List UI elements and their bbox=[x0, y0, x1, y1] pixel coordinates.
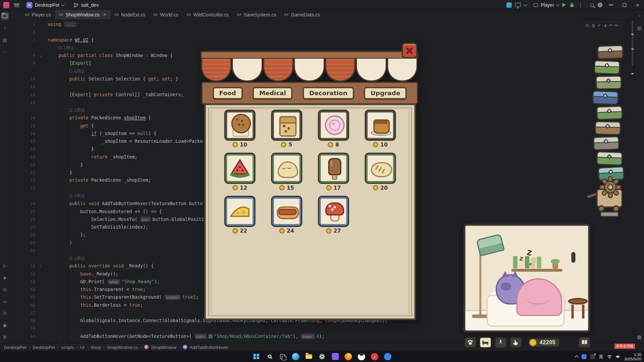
item-card[interactable] bbox=[366, 111, 395, 140]
item-card[interactable] bbox=[366, 154, 395, 183]
item-card[interactable] bbox=[272, 111, 301, 140]
tray-notification-icon[interactable] bbox=[590, 354, 595, 359]
breadcrumb-class[interactable]: ShopWindow bbox=[151, 345, 176, 350]
shop-item-cookie-bag[interactable]: 5 bbox=[269, 111, 304, 148]
hand-button[interactable] bbox=[510, 337, 522, 348]
hidden-icons-chevron[interactable] bbox=[575, 355, 578, 359]
prev-issue-icon[interactable] bbox=[609, 24, 612, 27]
tool-window-services-icon[interactable]: ◎ bbox=[1, 285, 9, 293]
breadcrumb-item[interactable]: DesktopPet bbox=[4, 345, 26, 350]
tool-window-project-icon[interactable] bbox=[1, 12, 9, 20]
item-card[interactable] bbox=[272, 154, 301, 183]
usage-count-hint[interactable]: 1用法 bbox=[69, 254, 85, 262]
tool-window-structure-icon[interactable]: ▤ bbox=[1, 36, 9, 44]
paw-button[interactable] bbox=[464, 337, 477, 348]
taskbar-chat-icon[interactable] bbox=[382, 351, 393, 362]
code-line[interactable]: 1using ... bbox=[10, 20, 631, 28]
file-tab-Player.cs[interactable]: C#Player.cs bbox=[21, 10, 55, 19]
run-button[interactable] bbox=[562, 3, 566, 7]
device-monitor-icon[interactable] bbox=[515, 3, 521, 7]
close-tab-icon[interactable]: × bbox=[103, 12, 106, 17]
tool-window-terminal-icon[interactable]: ▭ bbox=[1, 297, 9, 305]
taskbar-firefox-icon[interactable] bbox=[343, 351, 354, 362]
code-line[interactable]: 6 bbox=[10, 28, 631, 36]
tool-window-database-icon[interactable]: ▥ bbox=[635, 24, 643, 32]
fold-marker-icon[interactable]: › bbox=[50, 20, 55, 28]
tool-window-problems-icon[interactable]: ⊙ bbox=[1, 309, 9, 317]
usage-count-hint[interactable]: 1用法 bbox=[58, 44, 74, 52]
file-tab-NodeExt.cs[interactable]: C#NodeExt.cs bbox=[110, 10, 149, 19]
tool-window-vcs-icon[interactable]: ≣ bbox=[1, 333, 9, 341]
file-tab-WildController.cs[interactable]: C#WildController.cs bbox=[182, 10, 233, 19]
tool-window-notifications-icon[interactable]: ◔ bbox=[635, 12, 643, 20]
override-gutter-icon[interactable]: ↑ bbox=[37, 262, 44, 270]
volume-icon[interactable] bbox=[615, 354, 621, 358]
file-tab-SaveSystem.cs[interactable]: C#SaveSystem.cs bbox=[233, 10, 280, 19]
taskbar-settings-icon[interactable] bbox=[317, 351, 327, 362]
taskbar-task-view-icon[interactable] bbox=[277, 351, 288, 362]
shop-tab-upgrade[interactable]: Upgrade bbox=[364, 87, 407, 100]
chest-item[interactable] bbox=[594, 60, 621, 75]
shop-item-pudding[interactable]: 10 bbox=[363, 111, 397, 148]
run-configuration[interactable]: Player bbox=[534, 2, 559, 7]
file-tab-ShopWindow.cs[interactable]: C#ShopWindow.cs× bbox=[55, 10, 110, 19]
chest-item[interactable] bbox=[592, 90, 619, 105]
usage-count-hint[interactable]: 2用法 bbox=[69, 106, 85, 114]
shop-item-swirl-candy[interactable]: 8 bbox=[316, 111, 351, 148]
breadcrumb-method[interactable]: AddTabButtonHover bbox=[190, 345, 228, 350]
tool-window-more-icon[interactable]: ⋯ bbox=[1, 48, 9, 56]
shop-item-cheese[interactable]: 22 bbox=[223, 197, 257, 234]
shop-item-steamed-bun[interactable]: 15 bbox=[269, 154, 304, 191]
inspections-widget[interactable]: ⚠ 5 ✓ 4 bbox=[581, 21, 621, 29]
taskbar-file-explorer-icon[interactable] bbox=[304, 351, 314, 362]
breadcrumb-item[interactable]: ShopWindow.cs bbox=[107, 345, 138, 350]
item-card[interactable] bbox=[225, 111, 254, 140]
chevron-down-icon[interactable] bbox=[524, 3, 527, 6]
shop-item-hot-dog[interactable]: 24 bbox=[269, 197, 304, 234]
next-issue-icon[interactable] bbox=[614, 23, 618, 26]
tray-app-icon[interactable] bbox=[582, 354, 587, 359]
breadcrumb-item[interactable]: Shop bbox=[91, 345, 101, 350]
gear-machine-item[interactable] bbox=[587, 180, 633, 218]
tool-window-debug-icon[interactable]: ◈ bbox=[1, 274, 9, 282]
usage-count-hint[interactable]: 5用法 bbox=[69, 192, 85, 200]
maximize-button[interactable] bbox=[620, 0, 629, 10]
shop-close-button[interactable] bbox=[402, 43, 418, 58]
breadcrumb-item[interactable]: DesktopPet bbox=[33, 345, 55, 350]
input-language-indicator[interactable]: 英 bbox=[599, 354, 603, 359]
shop-item-watermelon[interactable]: 12 bbox=[223, 154, 257, 191]
item-card[interactable] bbox=[319, 197, 348, 226]
bed-button[interactable] bbox=[479, 337, 492, 348]
taskbar-start-icon[interactable] bbox=[251, 351, 262, 362]
chest-item[interactable] bbox=[593, 136, 620, 150]
shop-tab-decoration[interactable]: Decoration bbox=[303, 87, 354, 100]
item-card[interactable] bbox=[272, 197, 301, 226]
chest-item[interactable] bbox=[596, 106, 623, 120]
chest-item[interactable] bbox=[595, 75, 622, 90]
taskbar-clock[interactable]: 1:35 2025/5/20 bbox=[624, 352, 642, 361]
shop-item-bread[interactable]: 20 bbox=[363, 154, 397, 191]
shop-tab-food[interactable]: Food bbox=[213, 87, 243, 100]
project-widget[interactable]: D DesktopPet bbox=[24, 1, 67, 9]
main-menu-icon[interactable] bbox=[14, 3, 19, 7]
tool-window-commit-icon[interactable]: ↕ bbox=[1, 24, 9, 32]
breadcrumb-item[interactable]: UI bbox=[80, 345, 85, 350]
warning-stripe-mark[interactable] bbox=[631, 34, 634, 35]
item-card[interactable] bbox=[225, 197, 254, 226]
tool-window-run-icon[interactable]: ▷ bbox=[1, 261, 9, 269]
file-tab-World.cs[interactable]: C#World.cs bbox=[149, 10, 182, 19]
breadcrumb-item[interactable]: scripts bbox=[61, 345, 74, 350]
chest-item[interactable] bbox=[597, 45, 624, 59]
item-card[interactable] bbox=[319, 111, 348, 140]
file-tab-GameData.cs[interactable]: C#GameData.cs bbox=[280, 10, 324, 19]
taskbar-search-icon[interactable] bbox=[264, 351, 275, 362]
minimize-button[interactable] bbox=[606, 0, 616, 10]
shop-tab-medical[interactable]: Medical bbox=[253, 87, 292, 100]
chest-item[interactable] bbox=[595, 121, 621, 135]
more-actions-icon[interactable]: ⋮ bbox=[578, 2, 583, 8]
taskbar-edge-icon[interactable] bbox=[290, 351, 301, 362]
tool-window-layers-icon[interactable]: ▦ bbox=[635, 333, 643, 341]
inheritance-gutter-icon[interactable]: ↓ bbox=[37, 52, 44, 59]
search-everywhere-icon[interactable] bbox=[590, 3, 594, 7]
floor-lamp[interactable] bbox=[479, 251, 481, 317]
